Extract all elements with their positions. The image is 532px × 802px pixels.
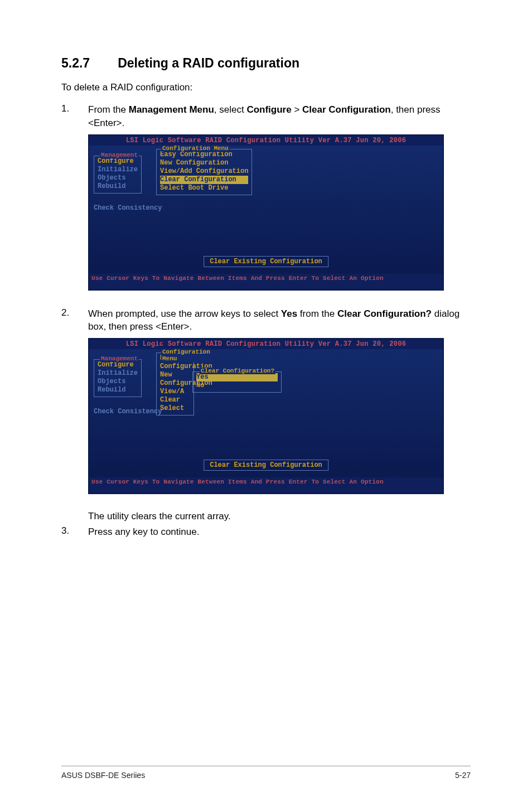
config-menu-label: Configuration Menu [161,145,230,152]
bold-yes: Yes [281,308,297,319]
mgmt-item-initialize-2: Initialize [98,369,138,378]
bios-screenshot-2: LSI Logic Software RAID Configuration Ut… [88,338,444,494]
dialog-no: No [196,381,278,390]
step-1: 1. From the Management Menu, select Conf… [61,103,471,130]
cfg-new-2: New Configuration [160,371,190,388]
cfg-selectboot: Select Boot Drive [160,184,248,192]
step-3-text: Press any key to continue. [88,525,471,539]
management-menu-label: Management [100,152,139,158]
step-3: 3. Press any key to continue. [61,525,471,539]
bios-screenshot-1: LSI Logic Software RAID Configuration Ut… [88,134,444,291]
step-1-text: From the Management Menu, select Configu… [88,103,471,130]
configuration-menu-box: Configuration Menu Easy Configuration Ne… [156,149,252,195]
bios-title-1: LSI Logic Software RAID Configuration Ut… [89,136,443,146]
bold-configure: Configure [246,104,291,115]
bios-title-2: LSI Logic Software RAID Configuration Ut… [89,339,443,349]
cfg-viewadd: View/Add Configuration [160,167,248,176]
bios-body-1: Management Configure Initialize Objects … [89,146,443,274]
step-1-number: 1. [61,103,88,130]
section-title: Deleting a RAID configuration [118,56,299,70]
management-menu-box-2: Management Configure Initialize Objects … [94,359,142,397]
section-heading: 5.2.7Deleting a RAID configuration [61,56,471,71]
bold-clear-config-dialog: Clear Configuration? [337,308,432,319]
page-footer: ASUS DSBF-DE Seriies 5-27 [61,766,471,780]
cfg-clear-2: Clear [160,396,190,404]
bios-desc-2: Clear Existing Configuration [204,460,328,471]
step-3-number: 3. [61,525,88,539]
step-2-text: When prompted, use the arrow keys to sel… [88,307,471,334]
step-2-number: 2. [61,307,88,334]
intro-text: To delete a RAID configuration: [61,82,471,93]
check-consistency: Check Consistency [94,204,162,212]
cfg-select-2: Select [160,404,190,413]
config-menu-label-2: Configuration Menu [161,349,211,362]
post-step2-text: The utility clears the current array. [88,511,471,522]
mgmt-item-objects-2: Objects [98,378,138,386]
section-number: 5.2.7 [61,56,90,71]
step-2: 2. When prompted, use the arrow keys to … [61,307,471,334]
bold-clear-configuration: Clear Configuration [302,104,391,115]
mgmt-item-configure-2: Configure [98,361,138,369]
bios-footer-1: Use Cursor Keys To Navigate Between Item… [89,274,443,283]
mgmt-item-configure: Configure [98,157,138,166]
dialog-label: Clear Configuration? [200,368,275,374]
footer-right: 5-27 [455,771,471,780]
bold-management-menu: Management Menu [129,104,214,115]
mgmt-item-rebuild-2: Rebuild [98,386,138,394]
configuration-menu-box-2: Configuration Menu Easy Configuration Ne… [156,352,194,416]
footer-left: ASUS DSBF-DE Seriies [61,771,145,780]
management-menu-box: Management Configure Initialize Objects … [94,156,142,194]
bios-footer-2: Use Cursor Keys To Navigate Between Item… [89,477,443,486]
management-menu-label-2: Management [100,355,139,362]
mgmt-item-objects: Objects [98,174,138,182]
cfg-clear-highlighted: Clear Configuration [160,176,248,184]
dialog-yes-highlighted: Yes [196,373,278,381]
bios-desc-1: Clear Existing Configuration [204,256,328,267]
check-consistency-2: Check Consistency [94,408,162,416]
cfg-viewa-2: View/A [160,388,190,396]
mgmt-item-initialize: Initialize [98,166,138,174]
clear-configuration-dialog: Clear Configuration? Yes No [192,371,282,393]
mgmt-item-rebuild: Rebuild [98,182,138,191]
bios-body-2: Management Configure Initialize Objects … [89,349,443,477]
cfg-easy: Easy Configuration [160,151,248,159]
cfg-new: New Configuration [160,159,248,167]
